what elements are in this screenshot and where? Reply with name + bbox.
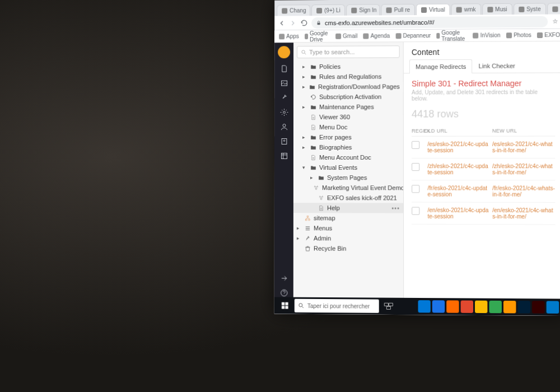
taskbar-app-icon[interactable] [503, 301, 516, 313]
trash-icon [304, 245, 311, 251]
taskbar-app-icon[interactable] [432, 300, 445, 312]
tab-manage-redirects[interactable]: Manage Redirects [409, 59, 473, 74]
forms-section-icon[interactable] [279, 151, 288, 160]
bookmark-item[interactable]: Depanneur [395, 32, 431, 39]
bookmark-item[interactable]: Photos [506, 32, 531, 38]
tree-node[interactable]: EXFO sales kick-off 2021 [293, 193, 403, 203]
members-section-icon[interactable] [279, 137, 288, 146]
taskbar-app-icon[interactable] [547, 301, 559, 313]
caret-icon[interactable]: ▸ [302, 84, 306, 90]
svg-rect-15 [285, 302, 288, 305]
taskbar-app-icon[interactable] [517, 301, 530, 313]
bookmark-item[interactable]: Agenda [363, 32, 390, 39]
bookmark-favicon-icon [506, 32, 512, 38]
caret-icon[interactable]: ▸ [297, 225, 301, 231]
browser-tab[interactable]: Musi [482, 3, 512, 15]
tree-node[interactable]: sitemap [293, 213, 403, 223]
bookmark-item[interactable]: EXFO [537, 32, 560, 38]
browser-tab[interactable]: wmk [451, 3, 480, 15]
taskbar-app-icon[interactable] [461, 300, 473, 312]
favicon-icon [351, 7, 357, 13]
browser-tab[interactable]: Virtual [416, 4, 450, 15]
more-icon[interactable]: ••• [391, 204, 400, 211]
bookmark-item[interactable]: Gmail [335, 33, 357, 39]
tree-node[interactable]: ▸Maintenance Pages [293, 102, 403, 112]
tree-node[interactable]: ▸Menus [293, 223, 403, 234]
tree-node[interactable]: Menu Doc [293, 122, 403, 132]
caret-icon[interactable]: ▸ [302, 134, 307, 140]
users-section-icon[interactable] [279, 122, 288, 131]
tree-node[interactable]: ▸Admin [293, 233, 403, 244]
caret-icon[interactable]: ▸ [302, 64, 307, 69]
caret-icon[interactable]: ▸ [302, 144, 307, 150]
event-icon [318, 194, 324, 201]
tree-node[interactable]: Menu Account Doc [293, 152, 403, 162]
row-checkbox[interactable] [412, 207, 419, 215]
forward-icon[interactable] [289, 19, 297, 27]
tree-node[interactable]: Recycle Bin [293, 243, 403, 254]
svg-rect-17 [285, 306, 288, 309]
row-checkbox[interactable] [412, 141, 419, 149]
table-row[interactable]: /zh/esko-2021/c4c-update-session/zh/esko… [412, 158, 555, 180]
bookmark-favicon-icon [436, 32, 440, 38]
tree-node[interactable]: Subscription Activation [293, 91, 403, 102]
caret-icon[interactable]: ▾ [302, 165, 307, 170]
taskbar-app-icon[interactable] [475, 301, 487, 313]
browser-tab[interactable]: Sign In [346, 4, 380, 15]
row-count: 4418 rows [412, 108, 555, 120]
taskbar-app-icon[interactable] [446, 300, 459, 312]
table-row[interactable]: /fr/esko-2021/c4c-update-session/fr/esko… [412, 180, 555, 203]
bookmark-item[interactable]: Apps [279, 33, 299, 39]
tree-node[interactable]: ▸Biographies [293, 142, 403, 152]
taskbar-app-icon[interactable] [418, 300, 430, 312]
browser-tab[interactable]: Chang [277, 4, 310, 16]
row-checkbox[interactable] [412, 163, 419, 171]
browser-tab[interactable]: Syste [514, 3, 546, 14]
caret-icon[interactable]: ▸ [302, 74, 307, 80]
tree-node-label: Subscription Activation [319, 94, 381, 100]
tree-node[interactable]: Help••• [293, 203, 403, 213]
umbraco-logo-icon[interactable] [278, 46, 290, 58]
reload-icon[interactable] [300, 19, 308, 27]
folder-icon [310, 73, 316, 80]
tree-node[interactable]: ▸Policies [293, 61, 403, 72]
tree-node[interactable]: ▾Virtual Events [293, 162, 403, 172]
tree-node[interactable]: ▸Error pages [293, 132, 403, 142]
caret-icon[interactable]: ▸ [297, 235, 301, 241]
settings-section-icon[interactable] [279, 93, 288, 102]
bookmark-item[interactable]: Google Drive [305, 30, 330, 42]
expand-icon[interactable] [279, 273, 288, 282]
tree-node[interactable]: ▸Registration/Download Pages [293, 81, 403, 92]
start-button[interactable] [277, 297, 293, 314]
tree-node[interactable]: Viewer 360 [293, 112, 403, 122]
tab-link-checker[interactable]: Link Checker [472, 58, 521, 73]
browser-tab[interactable]: (9+) Li [311, 4, 345, 16]
table-row[interactable]: /es/esko-2021/c4c-update-session/es/esko… [412, 137, 555, 158]
star-icon[interactable]: ☆ [551, 17, 559, 25]
tree-node[interactable]: Marketing Virtual Event Demo [293, 183, 403, 193]
omnibox[interactable]: cms-exfo.azurewebsites.net/umbraco/#/ [311, 16, 548, 28]
media-section-icon[interactable] [279, 78, 288, 87]
caret-icon[interactable]: ▸ [310, 175, 315, 180]
developer-section-icon[interactable] [279, 108, 288, 116]
bookmark-item[interactable]: InVision [473, 32, 501, 38]
table-row[interactable]: /en/esko-2021/c4c-update-session/en/esko… [412, 203, 555, 225]
bookmark-item[interactable]: Google Translate [436, 29, 467, 41]
tree-node[interactable]: ▸Rules and Regulations [293, 71, 403, 82]
tree-node[interactable]: ▸System Pages [293, 172, 403, 183]
task-view-icon[interactable] [380, 298, 397, 315]
row-checkbox[interactable] [412, 185, 419, 193]
taskbar-app-icon[interactable] [532, 301, 545, 313]
browser-tab[interactable]: Pull re [381, 4, 414, 15]
taskbar-search[interactable]: Taper ici pour rechercher [295, 299, 379, 313]
folder-icon [310, 164, 316, 171]
content-section-icon[interactable] [279, 64, 288, 73]
favicon-icon [386, 7, 391, 13]
search-input[interactable]: Type to search... [297, 45, 400, 58]
taskbar-app-icon[interactable] [489, 301, 501, 313]
back-icon[interactable] [278, 19, 286, 27]
help-icon[interactable] [279, 288, 288, 297]
tree-node-label: Menu Account Doc [319, 154, 371, 161]
caret-icon[interactable]: ▸ [302, 104, 307, 110]
browser-tab[interactable]: Mor [547, 3, 560, 14]
